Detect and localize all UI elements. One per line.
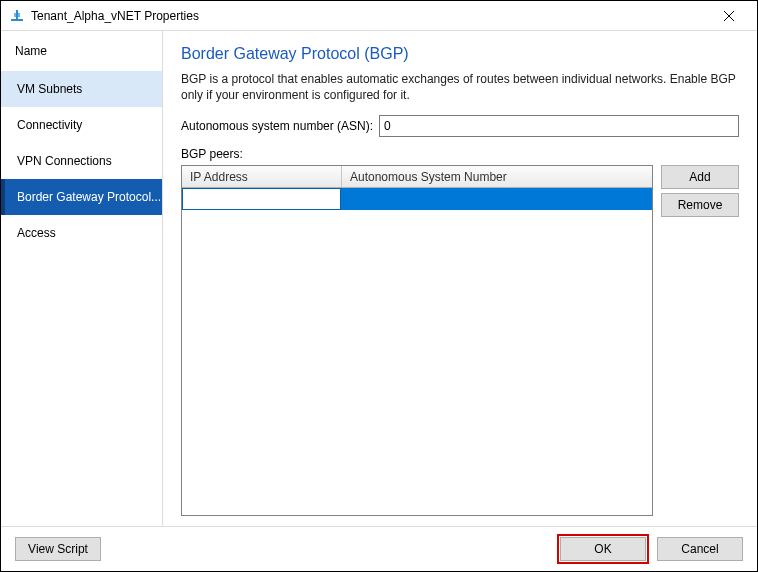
sidebar-item-access[interactable]: Access [1,215,162,251]
bgp-peers-label: BGP peers: [181,147,739,161]
table-header: IP Address Autonomous System Number [182,166,652,188]
asn-row: Autonomous system number (ASN): [181,115,739,137]
asn-cell[interactable] [342,188,652,210]
sidebar-item-label: Connectivity [17,118,82,132]
ok-highlight: OK [557,534,649,564]
sidebar-item-label: Access [17,226,56,240]
sidebar-item-label: VM Subnets [17,82,82,96]
page-description: BGP is a protocol that enables automatic… [181,71,739,103]
svg-rect-2 [14,13,16,17]
remove-button[interactable]: Remove [661,193,739,217]
sidebar-item-label: VPN Connections [17,154,112,168]
col-asn[interactable]: Autonomous System Number [342,166,652,187]
main-panel: Border Gateway Protocol (BGP) BGP is a p… [163,31,757,526]
dialog-footer: View Script OK Cancel [1,527,757,571]
sidebar-item-connectivity[interactable]: Connectivity [1,107,162,143]
app-icon [9,8,25,24]
svg-rect-1 [11,19,23,21]
page-title: Border Gateway Protocol (BGP) [181,45,739,63]
add-button[interactable]: Add [661,165,739,189]
sidebar-item-bgp[interactable]: Border Gateway Protocol... [1,179,162,215]
dialog-window: Tenant_Alpha_vNET Properties Name VM Sub… [0,0,758,572]
bgp-peers-table: IP Address Autonomous System Number [181,165,653,516]
close-button[interactable] [709,1,749,30]
sidebar-header: Name [1,31,162,71]
svg-rect-3 [18,13,20,17]
peer-buttons: Add Remove [661,165,739,516]
view-script-button[interactable]: View Script [15,537,101,561]
window-title: Tenant_Alpha_vNET Properties [31,9,709,23]
sidebar: Name VM Subnets Connectivity VPN Connect… [1,31,163,526]
titlebar: Tenant_Alpha_vNET Properties [1,1,757,31]
table-body [182,188,652,515]
asn-input[interactable] [379,115,739,137]
sidebar-item-vpn-connections[interactable]: VPN Connections [1,143,162,179]
svg-rect-0 [16,10,18,19]
col-ip-address[interactable]: IP Address [182,166,342,187]
cancel-button[interactable]: Cancel [657,537,743,561]
asn-label: Autonomous system number (ASN): [181,119,373,133]
sidebar-item-vm-subnets[interactable]: VM Subnets [1,71,162,107]
ok-button[interactable]: OK [560,537,646,561]
sidebar-item-label: Border Gateway Protocol... [17,190,161,204]
table-row[interactable] [182,188,652,210]
ip-cell-editor[interactable] [182,188,341,210]
